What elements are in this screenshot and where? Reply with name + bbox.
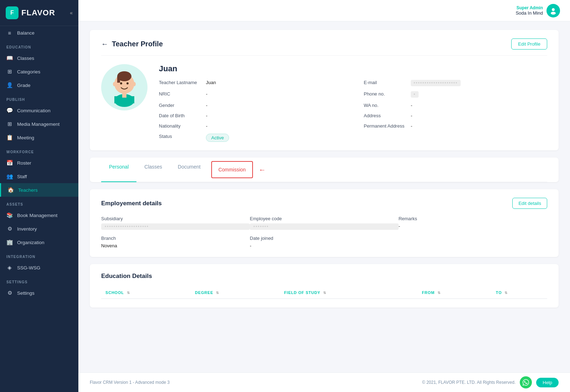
tab-classes[interactable]: Classes — [136, 158, 170, 182]
user-name: Soda In Mind — [515, 10, 543, 16]
status-badge: Active — [206, 134, 229, 142]
sidebar: F FLAVOR « ≡ Balance EDUCATION 📖 Classes… — [0, 0, 78, 392]
profile-card-header: ← Teacher Profile Edit Profile — [101, 38, 547, 56]
sidebar-item-media-management[interactable]: ⊞ Media Management — [0, 117, 78, 131]
section-label-integration: INTEGRATION — [0, 249, 78, 261]
sidebar-item-label: Inventory — [17, 226, 37, 232]
sidebar-item-classes[interactable]: 📖 Classes — [0, 51, 78, 65]
col-degree[interactable]: DEGREE ⇅ — [191, 287, 280, 299]
sidebar-item-label: Teachers — [18, 187, 38, 193]
svg-point-6 — [126, 82, 129, 84]
col-field-of-study[interactable]: FIELD OF STUDY ⇅ — [280, 287, 418, 299]
teacher-avatar — [101, 64, 147, 110]
sidebar-item-label: Communication — [17, 108, 51, 113]
sidebar-item-meeting[interactable]: 📋 Meeting — [0, 131, 78, 144]
content-area: ← Teacher Profile Edit Profile — [78, 21, 570, 372]
sort-arrows-school: ⇅ — [127, 291, 130, 295]
svg-rect-4 — [117, 76, 120, 83]
sidebar-item-label: Book Management — [17, 213, 57, 218]
sidebar-item-roster[interactable]: 📅 Roster — [0, 156, 78, 170]
sort-arrows-to: ⇅ — [504, 291, 508, 295]
whatsapp-button[interactable] — [520, 376, 532, 388]
classes-icon: 📖 — [6, 55, 13, 61]
field-phone: Phone no. • — [364, 91, 547, 98]
categories-icon: ⊞ — [6, 68, 13, 75]
help-button[interactable]: Help — [536, 378, 559, 387]
communication-icon: 💬 — [6, 107, 13, 114]
field-dob: Date of Birth - — [159, 113, 342, 118]
sidebar-item-label: Settings — [17, 290, 35, 296]
employment-title: Employement details — [101, 200, 162, 207]
tabs-card: Personal Classes Document Commission ← — [90, 158, 559, 182]
svg-point-5 — [120, 82, 122, 84]
col-to[interactable]: TO ⇅ — [492, 287, 547, 299]
sidebar-item-ssg-wsg[interactable]: ◈ SSG-WSG — [0, 261, 78, 274]
teacher-name: Juan — [159, 64, 547, 73]
tab-personal[interactable]: Personal — [101, 158, 136, 182]
tab-commission[interactable]: Commission — [211, 161, 253, 178]
organization-icon: 🏢 — [6, 239, 13, 246]
sidebar-item-label: Meeting — [17, 135, 34, 140]
field-email: E-mail •••••••••••••••••••• — [364, 80, 547, 86]
settings-icon: ⚙ — [6, 290, 13, 296]
inventory-icon: ⚙ — [6, 226, 13, 232]
sidebar-nav: ≡ Balance EDUCATION 📖 Classes ⊞ Categori… — [0, 26, 78, 300]
sidebar-item-teachers[interactable]: 🏠 Teachers — [0, 183, 78, 197]
field-wa: WA no. - — [364, 103, 547, 108]
profile-info-row: Juan Teacher Lastname Juan E-m — [101, 64, 547, 142]
emp-subsidiary: Subsidiary •••••••••••••••••••• — [101, 216, 250, 230]
sidebar-item-label: Categories — [17, 69, 40, 74]
sidebar-item-communication[interactable]: 💬 Communication — [0, 104, 78, 117]
sidebar-logo[interactable]: F FLAVOR « — [0, 0, 78, 26]
field-gender: Gender - — [159, 103, 342, 108]
emp-remarks: Remarks - — [399, 216, 547, 230]
sidebar-item-grade[interactable]: 👤 Grade — [0, 78, 78, 92]
grade-icon: 👤 — [6, 82, 13, 88]
user-role: Super Admin — [515, 5, 543, 10]
field-nric: NRIC - — [159, 91, 342, 98]
sidebar-item-label: SSG-WSG — [17, 265, 40, 270]
employment-card: Employement details Edit details Subsidi… — [90, 189, 559, 257]
fields-grid: Teacher Lastname Juan E-mail •••••••••••… — [159, 80, 547, 142]
page-title: Teacher Profile — [112, 40, 163, 48]
sidebar-item-book-management[interactable]: 📚 Book Management — [0, 208, 78, 222]
main-content: Super Admin Soda In Mind ← Teacher Profi… — [78, 0, 570, 392]
collapse-button[interactable]: « — [70, 10, 73, 16]
emp-date-joined: Date joined - — [250, 236, 398, 248]
back-button[interactable]: ← — [101, 40, 108, 48]
balance-icon: ≡ — [6, 30, 13, 36]
education-table-header: SCHOOL ⇅ DEGREE ⇅ FIELD OF STUDY ⇅ FRO — [101, 287, 547, 299]
roster-icon: 📅 — [6, 160, 13, 166]
header: Super Admin Soda In Mind — [78, 0, 570, 21]
sort-arrows-degree: ⇅ — [216, 291, 219, 295]
sidebar-item-label: Media Management — [17, 122, 59, 127]
svg-point-0 — [552, 8, 555, 11]
sidebar-item-staff[interactable]: 👥 Staff — [0, 170, 78, 183]
teachers-icon: 🏠 — [7, 187, 14, 193]
employment-header: Employement details Edit details — [101, 198, 547, 209]
sort-arrows-from: ⇅ — [437, 291, 441, 295]
sidebar-item-categories[interactable]: ⊞ Categories — [0, 65, 78, 78]
sidebar-item-label: Organization — [17, 240, 45, 245]
col-school[interactable]: SCHOOL ⇅ — [101, 287, 191, 299]
sidebar-item-label: Roster — [17, 160, 31, 166]
section-label-publish: PUBLISH — [0, 92, 78, 104]
sidebar-item-settings[interactable]: ⚙ Settings — [0, 286, 78, 300]
sidebar-item-balance[interactable]: ≡ Balance — [0, 26, 78, 40]
tab-document[interactable]: Document — [170, 158, 208, 182]
edit-details-button[interactable]: Edit details — [512, 198, 547, 209]
education-card: Education Details SCHOOL ⇅ DEGREE ⇅ — [90, 264, 559, 308]
sidebar-item-organization[interactable]: 🏢 Organization — [0, 236, 78, 249]
sidebar-item-inventory[interactable]: ⚙ Inventory — [0, 222, 78, 236]
footer-version: Flavor CRM Version 1 - Advanced mode 3 — [90, 380, 170, 385]
ssg-icon: ◈ — [6, 264, 13, 271]
section-label-workforce: WORKFORCE — [0, 144, 78, 156]
edit-profile-button[interactable]: Edit Profile — [511, 38, 547, 50]
svg-point-8 — [133, 82, 136, 86]
section-label-education: EDUCATION — [0, 40, 78, 51]
svg-point-7 — [113, 82, 116, 86]
field-permanent-address: Permanent Address - — [364, 123, 547, 129]
profile-details: Juan Teacher Lastname Juan E-m — [159, 64, 547, 142]
col-from[interactable]: FROM ⇅ — [418, 287, 492, 299]
user-menu[interactable]: Super Admin Soda In Mind — [515, 4, 560, 17]
